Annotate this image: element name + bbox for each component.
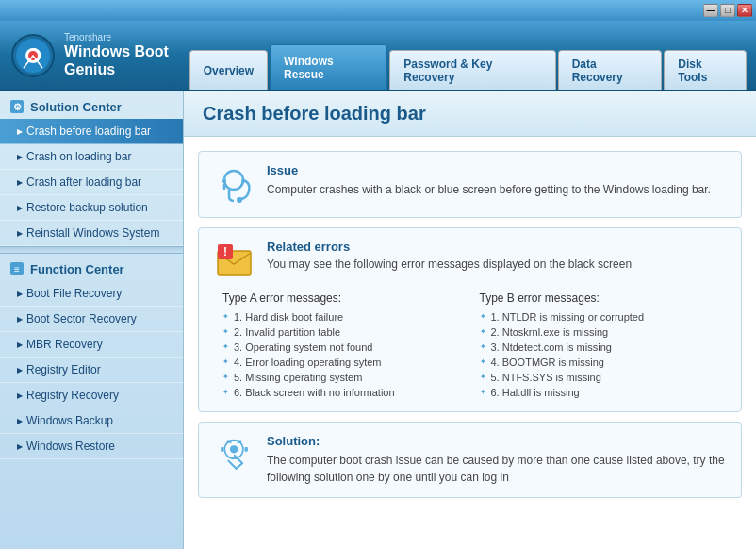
solution-icon <box>213 434 255 476</box>
error-b-3: 3. Ntdetect.com is missing <box>480 340 728 355</box>
tab-windows-rescue[interactable]: Windows Rescue <box>270 44 387 90</box>
svg-point-11 <box>222 179 226 183</box>
svg-text:≡: ≡ <box>14 264 20 274</box>
content-header: Crash before loading bar <box>184 92 756 137</box>
svg-rect-20 <box>221 447 223 452</box>
errors-icon: ! <box>213 240 255 282</box>
error-b-2: 2. Ntoskrnl.exe is missing <box>480 324 728 340</box>
close-button[interactable]: ✕ <box>737 4 752 17</box>
solution-center-icon: ⚙ <box>9 99 25 114</box>
sidebar-item-boot-sector[interactable]: Boot Sector Recovery <box>0 307 183 332</box>
issue-text: Computer crashes with a black or blue sc… <box>267 181 727 198</box>
issue-card: Issue Computer crashes with a black or b… <box>198 151 742 218</box>
sidebar-item-mbr-recovery[interactable]: MBR Recovery <box>0 332 183 358</box>
content-area: Crash before loading bar Issue Computer … <box>184 92 756 549</box>
error-b-4: 4. BOOTMGR is missing <box>480 355 728 370</box>
issue-title: Issue <box>267 163 727 177</box>
errors-title: Related errors <box>267 240 727 254</box>
svg-rect-19 <box>237 441 241 443</box>
svg-point-17 <box>230 445 238 453</box>
error-a-6: 6. Black screen with no information <box>222 385 470 400</box>
error-a-1: 1. Hard disk boot failure <box>222 309 470 324</box>
error-b-1: 1. NTLDR is missing or corrupted <box>480 309 728 324</box>
svg-text:⚙: ⚙ <box>13 102 22 112</box>
solution-text: The computer boot crash issue can be cau… <box>267 452 727 486</box>
brand-name: Tenorshare <box>64 32 189 42</box>
app-logo-icon: ⊙ <box>9 32 57 79</box>
error-a-4: 4. Error loading operating sytem <box>222 355 470 370</box>
type-b-label: Type B error messages: <box>480 291 728 305</box>
errors-columns: Type A error messages: 1. Hard disk boot… <box>213 291 727 400</box>
type-a-label: Type A error messages: <box>222 291 470 305</box>
tab-data-recovery[interactable]: Data Recovery <box>558 50 663 90</box>
svg-point-12 <box>241 179 245 183</box>
logo-area: ⊙ Tenorshare Windows Boot Genius <box>9 32 189 79</box>
error-b-5: 5. NTFS.SYS is missing <box>480 370 728 385</box>
error-a-3: 3. Operating system not found <box>222 340 470 355</box>
error-a-5: 5. Missing operating system <box>222 370 470 385</box>
sidebar-divider <box>0 246 183 254</box>
svg-point-10 <box>237 197 242 203</box>
logo-text: Tenorshare Windows Boot Genius <box>64 32 189 78</box>
issue-content: Issue Computer crashes with a black or b… <box>267 163 727 206</box>
maximize-button[interactable]: □ <box>720 4 735 17</box>
errors-header: ! Related errors You may see the followi… <box>213 240 727 282</box>
minimize-button[interactable]: — <box>703 4 718 17</box>
error-col-a: Type A error messages: 1. Hard disk boot… <box>222 291 470 400</box>
solution-center-header: ⚙ Solution Center <box>0 92 183 119</box>
related-errors-section: ! Related errors You may see the followi… <box>198 227 742 412</box>
app-header: ⊙ Tenorshare Windows Boot Genius Overvie… <box>0 21 756 92</box>
svg-rect-18 <box>227 441 232 443</box>
solution-card: Solution: The computer boot crash issue … <box>198 422 742 498</box>
solution-title: Solution: <box>267 434 727 448</box>
titlebar: — □ ✕ <box>0 0 756 21</box>
errors-subtitle: You may see the following error messages… <box>267 258 727 271</box>
main-container: ⚙ Solution Center Crash before loading b… <box>0 92 756 549</box>
error-b-6: 6. Hal.dll is missing <box>480 385 728 400</box>
product-name: Windows Boot Genius <box>64 42 189 78</box>
tab-disk-tools[interactable]: Disk Tools <box>664 50 747 90</box>
function-center-icon: ≡ <box>9 261 25 276</box>
sidebar-item-windows-backup[interactable]: Windows Backup <box>0 408 183 434</box>
svg-point-9 <box>224 171 243 190</box>
svg-rect-21 <box>245 447 248 452</box>
sidebar-item-crash-after[interactable]: Crash after loading bar <box>0 170 183 195</box>
error-a-2: 2. Invalid partition table <box>222 324 470 340</box>
sidebar-item-windows-restore[interactable]: Windows Restore <box>0 434 183 459</box>
sidebar-item-crash-on[interactable]: Crash on loading bar <box>0 144 183 170</box>
sidebar-item-boot-file[interactable]: Boot File Recovery <box>0 281 183 307</box>
solution-content: Solution: The computer boot crash issue … <box>267 434 727 486</box>
tab-password-key[interactable]: Password & Key Recovery <box>389 50 555 90</box>
error-col-b: Type B error messages: 1. NTLDR is missi… <box>480 291 728 400</box>
function-center-header: ≡ Function Center <box>0 254 183 281</box>
sidebar: ⚙ Solution Center Crash before loading b… <box>0 92 184 549</box>
sidebar-item-registry-editor[interactable]: Registry Editor <box>0 358 183 383</box>
page-title: Crash before loading bar <box>203 103 737 125</box>
sidebar-item-restore-backup[interactable]: Restore backup solution <box>0 195 183 221</box>
sidebar-item-registry-recovery[interactable]: Registry Recovery <box>0 383 183 408</box>
svg-text:!: ! <box>223 245 227 258</box>
tab-overview[interactable]: Overview <box>189 50 268 90</box>
issue-icon <box>213 163 255 206</box>
sidebar-item-crash-before[interactable]: Crash before loading bar <box>0 119 183 144</box>
nav-tabs: Overview Windows Rescue Password & Key R… <box>189 21 747 90</box>
errors-header-text: Related errors You may see the following… <box>267 240 727 282</box>
sidebar-item-reinstall-windows[interactable]: Reinstall Windows System <box>0 221 183 246</box>
